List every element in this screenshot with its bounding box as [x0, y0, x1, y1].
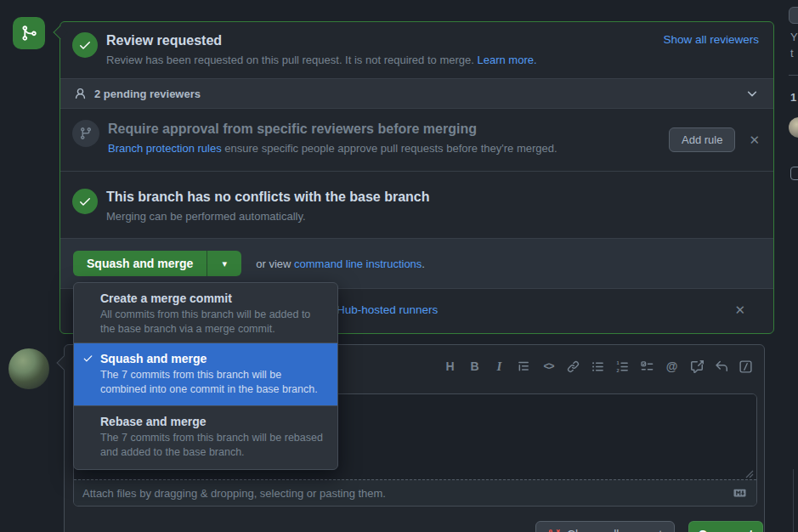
dismiss-protection-icon[interactable]: ✕ — [749, 133, 760, 146]
italic-icon[interactable]: I — [491, 357, 507, 376]
git-merge-icon — [20, 25, 37, 42]
no-conflicts-desc: Merging can be performed automatically. — [106, 209, 430, 224]
ordered-list-icon[interactable]: 12 — [614, 357, 631, 376]
dismiss-runners-icon[interactable]: ✕ — [734, 303, 745, 316]
command-line-instructions-link[interactable]: command line instructions — [294, 258, 422, 270]
saved-reply-icon[interactable] — [713, 357, 729, 376]
timeline-merge-badge — [13, 17, 45, 49]
bold-icon[interactable]: B — [467, 357, 483, 376]
merge-action-bar: Squash and merge ▾ or view command line … — [60, 238, 773, 288]
task-list-icon[interactable] — [639, 357, 655, 376]
merge-options-caret-button[interactable]: ▾ — [207, 251, 241, 276]
check-circle-icon — [72, 189, 98, 214]
learn-more-link[interactable]: Learn more. — [477, 54, 536, 66]
code-icon[interactable]: <> — [540, 357, 557, 376]
git-branch-icon — [72, 120, 99, 147]
attach-files-area[interactable]: Attach files by dragging & dropping, sel… — [74, 479, 756, 506]
add-rule-button[interactable]: Add rule — [669, 127, 735, 152]
cross-reference-icon[interactable] — [688, 357, 705, 376]
no-conflicts-title: This branch has no conflicts with the ba… — [106, 189, 430, 206]
sidebar-text-fragment: Y — [790, 31, 798, 43]
menu-item-rebase-and-merge[interactable]: Rebase and merge The 7 commits from this… — [74, 405, 337, 469]
squash-and-merge-button[interactable]: Squash and merge — [73, 251, 207, 276]
heading-icon[interactable]: H — [442, 357, 458, 376]
mention-icon[interactable]: @ — [664, 357, 680, 376]
protection-title: Require approval from specific reviewers… — [108, 121, 557, 138]
menu-item-create-merge-commit[interactable]: Create a merge commit All commits from t… — [74, 283, 337, 343]
reviewer-avatar-fragment[interactable] — [789, 117, 798, 138]
chevron-down-icon[interactable] — [746, 88, 758, 99]
section-review-requested: Review requested Review has been request… — [60, 22, 773, 78]
protection-desc: Branch protection rules ensure specific … — [108, 141, 557, 156]
branch-protection-rules-link[interactable]: Branch protection rules — [108, 142, 222, 155]
caret-down-icon: ▾ — [223, 258, 228, 269]
sidebar-divider — [789, 75, 798, 76]
pr-closed-icon — [548, 529, 561, 532]
sidebar-count-fragment: 1 — [790, 91, 796, 104]
pending-reviewers-row[interactable]: 2 pending reviewers — [60, 78, 773, 109]
link-icon[interactable] — [565, 357, 581, 376]
section-no-conflicts: This branch has no conflicts with the ba… — [60, 172, 773, 238]
attach-hint: Attach files by dragging & dropping, sel… — [82, 487, 732, 500]
sidebar-text-fragment: t — [790, 47, 794, 59]
user-avatar[interactable] — [8, 348, 49, 389]
pending-reviewers-label: 2 pending reviewers — [94, 88, 746, 100]
svg-text:1: 1 — [616, 360, 619, 365]
resize-grip-icon[interactable] — [745, 470, 754, 478]
cli-instructions-text: or view command line instructions. — [256, 258, 425, 270]
markdown-icon — [732, 487, 748, 499]
check-circle-icon — [72, 32, 98, 58]
sidebar-border-line — [793, 469, 794, 532]
review-requested-desc: Review has been requested on this pull r… — [106, 53, 537, 68]
merge-method-dropdown: Create a merge commit All commits from t… — [73, 282, 338, 470]
check-icon — [82, 353, 93, 364]
person-icon — [74, 88, 87, 100]
sidebar-icon-fragment — [790, 167, 798, 180]
close-pull-request-button[interactable]: Close pull request — [535, 521, 675, 532]
hosted-runners-link[interactable]: Hub-hosted runners — [337, 303, 438, 316]
review-requested-title: Review requested — [106, 32, 537, 49]
section-branch-protection: Require approval from specific reviewers… — [60, 109, 773, 172]
quote-icon[interactable] — [516, 357, 532, 376]
slash-commands-icon[interactable] — [738, 357, 754, 376]
squash-and-merge-button-group: Squash and merge ▾ — [73, 251, 241, 276]
unordered-list-icon[interactable] — [590, 357, 606, 376]
svg-text:2: 2 — [616, 367, 619, 372]
show-all-reviewers-link[interactable]: Show all reviewers — [663, 33, 759, 46]
markdown-toolbar: H B I <> 12 @ — [442, 357, 754, 376]
comment-button[interactable]: Comment — [688, 521, 763, 532]
sidebar-gear-button-fragment[interactable] — [789, 7, 798, 24]
menu-item-squash-and-merge[interactable]: Squash and merge The 7 commits from this… — [74, 343, 337, 405]
